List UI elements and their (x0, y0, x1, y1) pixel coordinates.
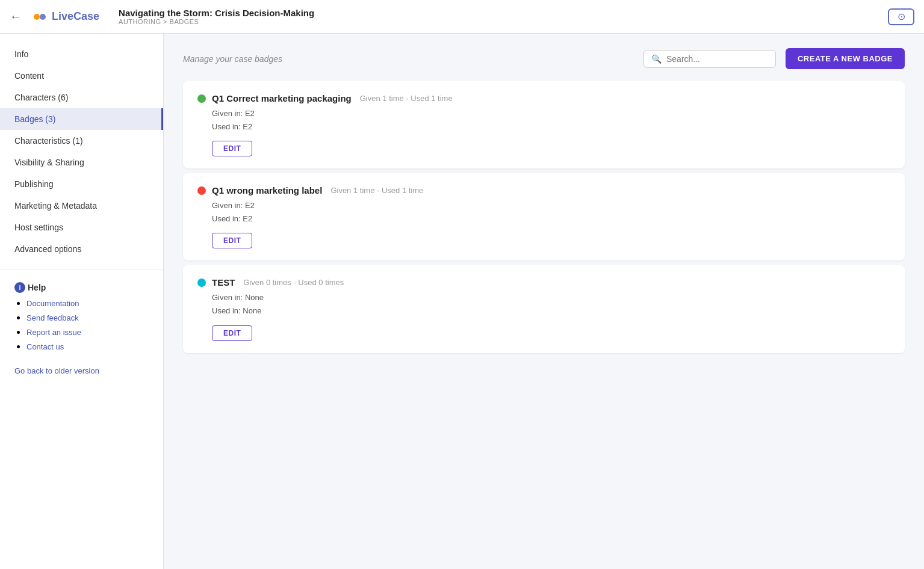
toggle-icon: ⊙ (898, 11, 905, 22)
badge-used-in: Used in: E2 (212, 120, 890, 134)
badge-stats: Given 0 times - Used 0 times (243, 278, 344, 287)
topbar: ← LiveCase Navigating the Storm: Crisis … (0, 0, 924, 34)
badge-used-in: Used in: E2 (212, 212, 890, 226)
badge-given-in: Given in: E2 (212, 199, 890, 212)
badge-card-header: TEST Given 0 times - Used 0 times (197, 277, 890, 288)
badge-card-header: Q1 Correct marketing packaging Given 1 t… (197, 93, 890, 103)
help-link-send-feedback[interactable]: Send feedback (26, 313, 79, 322)
help-icon: i (14, 282, 25, 293)
main-layout: InfoContentCharacters (6)Badges (3)Chara… (0, 34, 924, 569)
logo-svg (31, 8, 48, 25)
sidebar-divider (0, 269, 163, 270)
badge-edit-button[interactable]: EDIT (212, 233, 252, 248)
sidebar-item-marketing[interactable]: Marketing & Metadata (0, 195, 163, 217)
topbar-title-block: Navigating the Storm: Crisis Decision-Ma… (119, 8, 314, 25)
sidebar-item-host[interactable]: Host settings (0, 217, 163, 238)
search-icon: 🔍 (651, 54, 662, 64)
main-subtitle: Manage your case badges (183, 54, 634, 64)
back-button[interactable]: ← (10, 10, 22, 23)
case-name: Navigating the Storm: Crisis Decision-Ma… (119, 8, 314, 18)
sidebar-item-characters[interactable]: Characters (6) (0, 87, 163, 108)
badge-card: Q1 wrong marketing label Given 1 time - … (183, 173, 905, 260)
topbar-right: ⊙ (888, 8, 914, 25)
main-header: Manage your case badges 🔍 CREATE A NEW B… (183, 48, 905, 69)
sidebar-item-visibility[interactable]: Visibility & Sharing (0, 152, 163, 173)
sidebar-item-characteristics[interactable]: Characteristics (1) (0, 130, 163, 152)
badge-name: Q1 wrong marketing label (212, 185, 322, 195)
badge-name: Q1 Correct marketing packaging (212, 93, 352, 103)
svg-point-0 (34, 14, 40, 20)
badge-card: TEST Given 0 times - Used 0 times Given … (183, 265, 905, 352)
help-link-contact-us[interactable]: Contact us (26, 342, 64, 351)
badge-given-in: Given in: None (212, 291, 890, 304)
logo-text: LiveCase (52, 10, 99, 23)
help-links-list: DocumentationSend feedbackReport an issu… (14, 298, 149, 352)
sidebar-older-version: Go back to older version (0, 355, 163, 376)
sidebar-help-title: i Help (14, 282, 149, 293)
sidebar-item-publishing[interactable]: Publishing (0, 173, 163, 195)
sidebar-nav: InfoContentCharacters (6)Badges (3)Chara… (0, 34, 163, 265)
toggle-button[interactable]: ⊙ (888, 8, 914, 25)
badge-name: TEST (212, 277, 235, 288)
badge-given-in: Given in: E2 (212, 107, 890, 120)
badge-status-dot (197, 186, 206, 195)
sidebar-item-info[interactable]: Info (0, 43, 163, 65)
svg-point-1 (40, 14, 46, 20)
search-bar: 🔍 (643, 50, 776, 68)
badge-stats: Given 1 time - Used 1 time (360, 94, 453, 103)
search-input[interactable] (666, 54, 768, 64)
sidebar: InfoContentCharacters (6)Badges (3)Chara… (0, 34, 164, 569)
badge-edit-button[interactable]: EDIT (212, 325, 252, 341)
badge-status-dot (197, 278, 206, 287)
badge-stats: Given 1 time - Used 1 time (330, 186, 423, 195)
logo-icon (31, 8, 48, 25)
logo: LiveCase (31, 8, 99, 25)
sidebar-item-content[interactable]: Content (0, 65, 163, 87)
badge-used-in: Used in: None (212, 304, 890, 318)
sidebar-help-section: i Help DocumentationSend feedbackReport … (0, 275, 163, 355)
help-link-documentation[interactable]: Documentation (26, 299, 79, 308)
breadcrumb: AUTHORING > BADGES (119, 18, 314, 25)
badge-status-dot (197, 94, 206, 103)
badge-card-header: Q1 wrong marketing label Given 1 time - … (197, 185, 890, 195)
main-content: Manage your case badges 🔍 CREATE A NEW B… (164, 34, 924, 569)
sidebar-item-badges[interactable]: Badges (3) (0, 108, 163, 130)
help-link-report-issue[interactable]: Report an issue (26, 328, 81, 337)
sidebar-item-advanced[interactable]: Advanced options (0, 238, 163, 260)
badge-card: Q1 Correct marketing packaging Given 1 t… (183, 81, 905, 168)
older-version-link[interactable]: Go back to older version (14, 366, 99, 375)
badges-list: Q1 Correct marketing packaging Given 1 t… (183, 81, 905, 353)
badge-edit-button[interactable]: EDIT (212, 141, 252, 156)
create-badge-button[interactable]: CREATE A NEW BADGE (786, 48, 905, 69)
